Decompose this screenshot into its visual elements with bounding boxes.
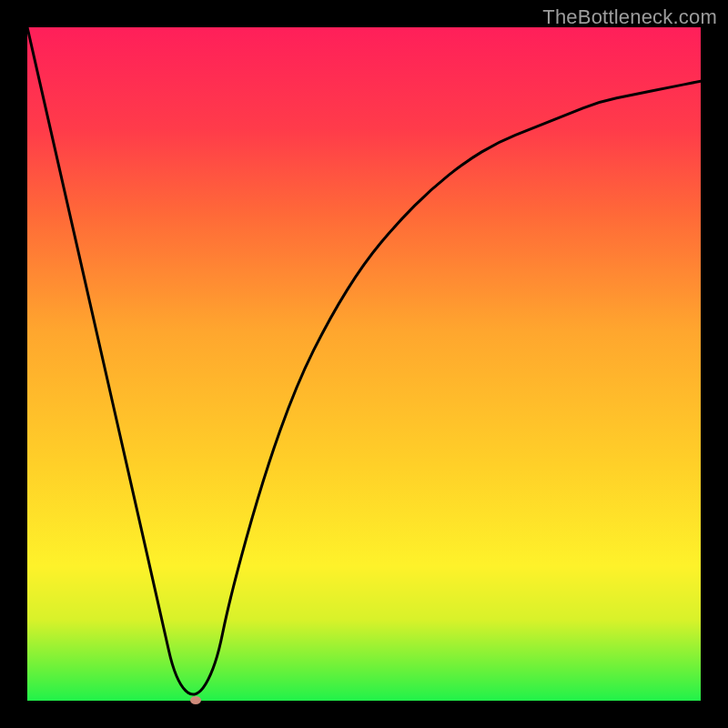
minimum-marker-icon xyxy=(190,696,201,704)
bottleneck-curve xyxy=(27,27,701,701)
attribution-label: TheBottleneck.com xyxy=(542,5,717,29)
chart-frame: TheBottleneck.com xyxy=(0,0,728,728)
plot-background xyxy=(27,27,701,701)
